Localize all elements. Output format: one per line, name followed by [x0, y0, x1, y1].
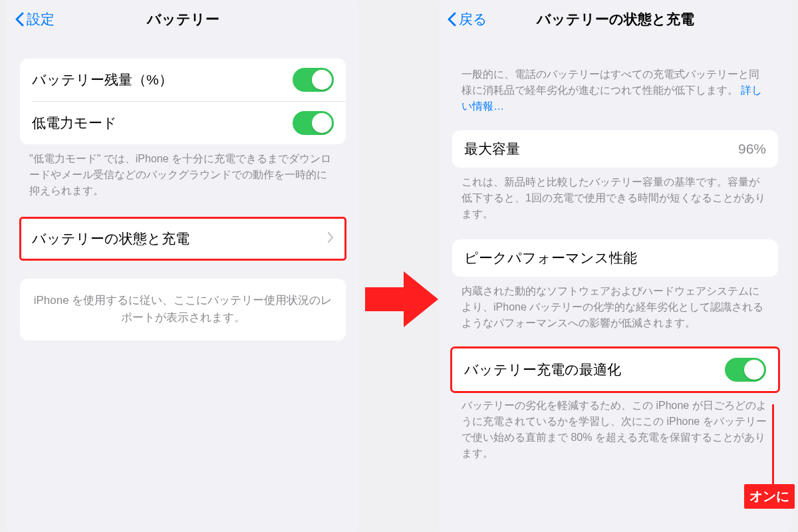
phone-left: 設定 バッテリー バッテリー残量（%） 低電力モード "低電力モード" では、i… [7, 0, 359, 532]
annotation-line [772, 404, 774, 485]
switch-low-power[interactable] [293, 111, 334, 135]
intro-body: 一般的に、電話のバッテリーはすべての充電式バッテリーと同様に消耗品で経年劣化が進… [462, 68, 759, 96]
peak-performance-description: 内蔵された動的なソフトウェアおよびハードウェアシステムにより、iPhone バッ… [462, 283, 769, 331]
nav-bar: 設定 バッテリー [7, 0, 359, 39]
switch-battery-percent[interactable] [293, 68, 334, 92]
row-label: バッテリー充電の最適化 [464, 360, 621, 379]
toggles-card: バッテリー残量（%） 低電力モード [20, 59, 346, 144]
back-label: 設定 [27, 10, 55, 29]
row-low-power[interactable]: 低電力モード [20, 102, 346, 144]
lowpower-description: "低電力モード" では、iPhone を十分に充電できるまでダウンロードやメール… [29, 151, 336, 199]
back-label: 戻る [459, 10, 487, 29]
page-title: バッテリー [147, 10, 219, 29]
back-button[interactable]: 戻る [447, 10, 487, 29]
arrow-icon [365, 269, 438, 330]
page-title: バッテリーの状態と充電 [537, 10, 694, 29]
on-badge-text: オンに [749, 489, 789, 503]
chevron-right-icon [327, 231, 334, 247]
peak-performance-card: ピークパフォーマンス性能 [452, 239, 778, 277]
chevron-left-icon [447, 12, 456, 27]
on-badge: オンに [744, 484, 795, 509]
usage-placeholder-card: iPhone を使用するに従い、ここにバッテリー使用状況のレポートが表示されます… [20, 279, 346, 340]
row-optimized-charging[interactable]: バッテリー充電の最適化 [452, 348, 778, 391]
optimized-charging-card: バッテリー充電の最適化 [452, 348, 778, 391]
row-battery-percent[interactable]: バッテリー残量（%） [20, 59, 346, 101]
max-capacity-card: 最大容量 96% [452, 130, 778, 168]
row-label: バッテリーの状態と充電 [32, 229, 190, 248]
phone-right: 戻る バッテリーの状態と充電 一般的に、電話のバッテリーはすべての充電式バッテリ… [439, 0, 791, 532]
row-label: ピークパフォーマンス性能 [464, 249, 637, 267]
row-peak-performance[interactable]: ピークパフォーマンス性能 [452, 239, 778, 277]
back-button[interactable]: 設定 [15, 10, 55, 29]
optimized-charging-description: バッテリーの劣化を軽減するため、この iPhone が日ごろどのように充電されて… [462, 398, 769, 462]
nav-bar: 戻る バッテリーの状態と充電 [439, 0, 791, 39]
max-capacity-value: 96% [738, 141, 766, 157]
chevron-left-icon [15, 12, 24, 27]
row-label: バッテリー残量（%） [32, 70, 173, 89]
switch-optimized-charging[interactable] [725, 358, 766, 382]
row-max-capacity[interactable]: 最大容量 96% [452, 130, 778, 168]
row-label: 最大容量 [464, 140, 520, 158]
intro-text: 一般的に、電話のバッテリーはすべての充電式バッテリーと同様に消耗品で経年劣化が進… [462, 66, 769, 114]
row-label: 低電力モード [32, 114, 117, 132]
max-capacity-description: これは、新品時と比較したバッテリー容量の基準です。容量が低下すると、1回の充電で… [462, 174, 769, 222]
usage-placeholder-text: iPhone を使用するに従い、ここにバッテリー使用状況のレポートが表示されます… [34, 294, 332, 324]
row-battery-health-link[interactable]: バッテリーの状態と充電 [20, 217, 346, 260]
